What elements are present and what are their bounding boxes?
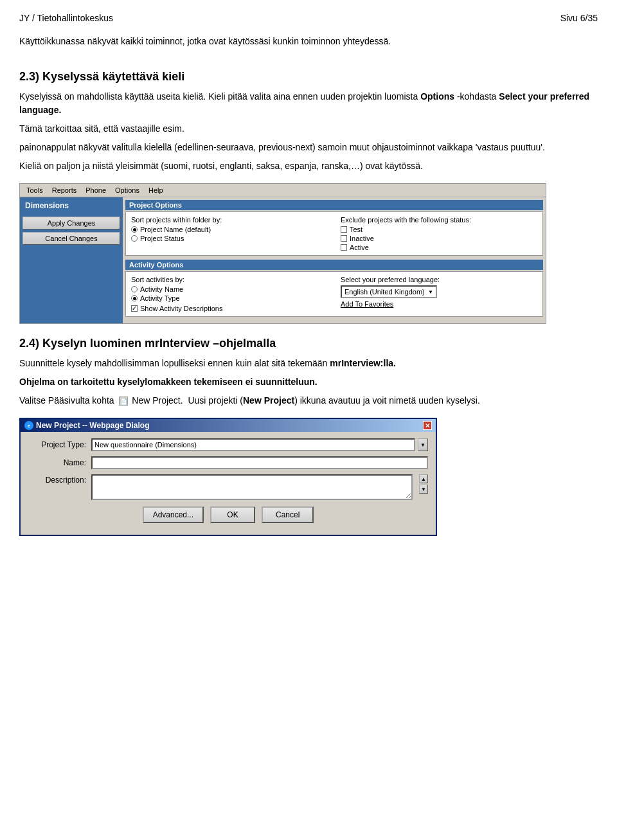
section-23-para1: Kyselyissä on mahdollista käyttää useita… <box>19 90 598 117</box>
project-type-row: Project Type: New questionnaire (Dimensi… <box>28 438 428 451</box>
sort-col: Sort projects within folder by: Project … <box>131 216 328 242</box>
select-lang-bold: Select your preferred language. <box>19 91 589 115</box>
exclude-inactive[interactable]: Inactive <box>341 235 537 242</box>
project-type-select[interactable]: New questionnaire (Dimensions) <box>91 438 415 451</box>
language-dropdown[interactable]: English (United Kingdom) ▼ <box>341 285 437 298</box>
win-content: Dimensions Apply Changes Cancel Changes … <box>20 197 546 323</box>
dialog-close-icon[interactable]: ✕ <box>423 421 432 430</box>
cancel-button[interactable]: Cancel <box>262 506 314 523</box>
toolbar-reports[interactable]: Reports <box>48 185 81 195</box>
exclude-items: Test Inactive Active <box>341 226 537 251</box>
project-type-value: New questionnaire (Dimensions) <box>94 441 197 449</box>
toolbar-help[interactable]: Help <box>145 185 167 195</box>
new-project-dialog: e New Project -- Webpage Dialog ✕ Projec… <box>19 418 437 536</box>
exclude-inactive-label: Inactive <box>350 235 374 242</box>
sort-name-radio[interactable] <box>131 226 138 233</box>
new-project-icon: 📄 <box>119 397 128 406</box>
dropdown-arrow-icon: ▼ <box>428 289 433 295</box>
project-type-label: Project Type: <box>28 440 86 449</box>
section-24-para1: Suunnittele kysely mahdollisimman lopull… <box>19 357 598 370</box>
lang-col: Select your preferred language: English … <box>341 276 537 308</box>
dialog-titlebar: e New Project -- Webpage Dialog ✕ <box>21 419 436 432</box>
activity-sort-group: Activity Name Activity Type <box>131 285 328 302</box>
exclude-test[interactable]: Test <box>341 226 537 233</box>
section-24-para2: Ohjelma on tarkoitettu kyselylomakkeen t… <box>19 375 598 389</box>
win-toolbar: Tools Reports Phone Options Help <box>20 184 546 197</box>
section-24-para3: Valitse Pääsivulta kohta 📄 New Project. … <box>19 394 598 407</box>
exclude-active-label: Active <box>350 244 369 251</box>
language-value: English (United Kingdom) <box>344 288 425 296</box>
win-sidebar: Dimensions Apply Changes Cancel Changes <box>20 197 123 323</box>
project-type-dropdown-btn[interactable]: ▼ <box>418 438 428 451</box>
screenshot-container: Tools Reports Phone Options Help Dimensi… <box>19 183 546 324</box>
section-23-para4: Kieliä on paljon ja niistä yleisimmät (s… <box>19 159 598 173</box>
section-24-heading: 2.4) Kyselyn luominen mrInterview –ohjel… <box>19 337 598 350</box>
sort-status-radio[interactable] <box>131 235 138 242</box>
advanced-button[interactable]: Advanced... <box>143 506 204 523</box>
textarea-scrollbar: ▲ ▼ <box>419 474 428 494</box>
exclude-active[interactable]: Active <box>341 244 537 251</box>
options-bold: Options <box>420 91 454 102</box>
project-options-body: Sort projects within folder by: Project … <box>125 211 543 256</box>
sort-label: Sort projects within folder by: <box>131 216 328 224</box>
scroll-down-btn[interactable]: ▼ <box>419 485 428 494</box>
select-lang-label: Select your preferred language: <box>341 276 537 283</box>
section-23-heading: 2.3) Kyselyssä käytettävä kieli <box>19 70 598 84</box>
toolbar-tools[interactable]: Tools <box>22 185 47 195</box>
cancel-changes-button[interactable]: Cancel Changes <box>22 232 120 245</box>
ie-icon: e <box>24 421 33 430</box>
add-to-favorites-link[interactable]: Add To Favorites <box>341 300 537 308</box>
sort-project-status[interactable]: Project Status <box>131 235 328 242</box>
show-desc-label: Show Activity Descriptions <box>140 305 222 312</box>
description-textarea[interactable] <box>91 474 413 500</box>
toolbar-options[interactable]: Options <box>111 185 143 195</box>
new-project-inline: New Project. <box>132 395 183 406</box>
scroll-up-btn[interactable]: ▲ <box>419 474 428 483</box>
sort-status-label: Project Status <box>140 235 184 242</box>
show-desc-checkbox[interactable]: ✓ <box>131 305 138 312</box>
activity-sort-label: Sort activities by: <box>131 276 328 283</box>
page-header: JY / Tietohallintokeskus Sivu 6/35 <box>19 13 598 23</box>
exclude-inactive-checkbox[interactable] <box>341 235 347 242</box>
sidebar-label: Dimensions <box>22 200 120 211</box>
description-row: Description: ▲ ▼ <box>28 474 428 500</box>
activity-options-header: Activity Options <box>125 260 543 270</box>
name-row: Name: <box>28 456 428 469</box>
exclude-active-checkbox[interactable] <box>341 244 347 251</box>
name-input[interactable] <box>91 456 428 469</box>
intro-paragraph: Käyttöikkunassa näkyvät kaikki toiminnot… <box>19 35 598 48</box>
show-desc-item[interactable]: ✓ Show Activity Descriptions <box>131 305 328 312</box>
section-23-para3: painonappulat näkyvät valitulla kielellä… <box>19 141 598 154</box>
mrinterview-bold: mrInterview:lla. <box>330 358 396 368</box>
ok-button[interactable]: OK <box>210 506 255 523</box>
apply-changes-button[interactable]: Apply Changes <box>22 217 120 229</box>
project-options-header: Project Options <box>125 200 543 210</box>
exclude-test-label: Test <box>350 226 362 233</box>
toolbar-phone[interactable]: Phone <box>82 185 110 195</box>
page-number: Sivu 6/35 <box>560 13 598 23</box>
win-main-panel: Project Options Sort projects within fol… <box>123 197 546 323</box>
activity-sort-col: Sort activities by: Activity Name Activi… <box>131 276 328 312</box>
ohjelma-bold: Ohjelma on tarkoitettu kyselylomakkeen t… <box>19 377 317 387</box>
activity-name-radio[interactable] <box>131 286 138 292</box>
dialog-body: Project Type: New questionnaire (Dimensi… <box>21 432 436 535</box>
new-project-bold: New Project <box>243 395 294 406</box>
activity-name-radio-item[interactable]: Activity Name <box>131 285 328 293</box>
activity-type-radio[interactable] <box>131 295 138 301</box>
document-title: JY / Tietohallintokeskus <box>19 13 113 23</box>
section-23-para2: Tämä tarkoittaa sitä, että vastaajille e… <box>19 122 598 136</box>
activity-name-label: Activity Name <box>140 285 183 293</box>
dialog-container: e New Project -- Webpage Dialog ✕ Projec… <box>19 418 437 536</box>
name-label: Name: <box>28 458 86 467</box>
dialog-buttons: Advanced... OK Cancel <box>28 506 428 528</box>
activity-type-label: Activity Type <box>140 294 180 302</box>
exclude-test-checkbox[interactable] <box>341 226 347 233</box>
dialog-title-left: e New Project -- Webpage Dialog <box>24 421 149 430</box>
section-24: 2.4) Kyselyn luominen mrInterview –ohjel… <box>19 337 598 407</box>
description-label: Description: <box>28 476 86 485</box>
sort-project-name[interactable]: Project Name (default) <box>131 226 328 233</box>
project-type-select-row: New questionnaire (Dimensions) ▼ <box>91 438 428 451</box>
activity-options-body: Sort activities by: Activity Name Activi… <box>125 271 543 317</box>
activity-type-radio-item[interactable]: Activity Type <box>131 294 328 302</box>
activity-options-row: Sort activities by: Activity Name Activi… <box>131 276 537 312</box>
